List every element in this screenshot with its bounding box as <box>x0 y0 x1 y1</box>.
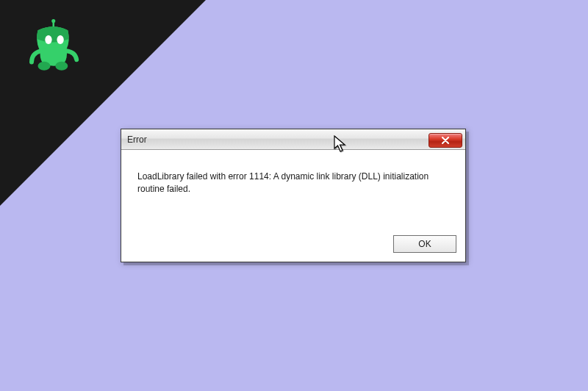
error-message: LoadLibrary failed with error 1114: A dy… <box>137 171 446 196</box>
dialog-footer: OK <box>121 231 465 262</box>
dialog-body: LoadLibrary failed with error 1114: A dy… <box>121 150 465 231</box>
svg-point-3 <box>38 62 51 71</box>
robot-logo <box>19 15 82 77</box>
ok-button-label: OK <box>418 239 431 249</box>
close-button[interactable] <box>429 133 462 148</box>
dialog-title: Error <box>127 134 147 145</box>
svg-point-2 <box>57 35 63 44</box>
close-icon <box>441 137 450 144</box>
svg-point-1 <box>45 35 51 44</box>
titlebar[interactable]: Error <box>121 129 465 150</box>
svg-point-4 <box>55 62 68 71</box>
stage: Error LoadLibrary failed with error 1114… <box>0 0 588 391</box>
ok-button[interactable]: OK <box>393 235 456 253</box>
error-dialog: Error LoadLibrary failed with error 1114… <box>121 129 466 262</box>
robot-icon <box>19 15 82 77</box>
